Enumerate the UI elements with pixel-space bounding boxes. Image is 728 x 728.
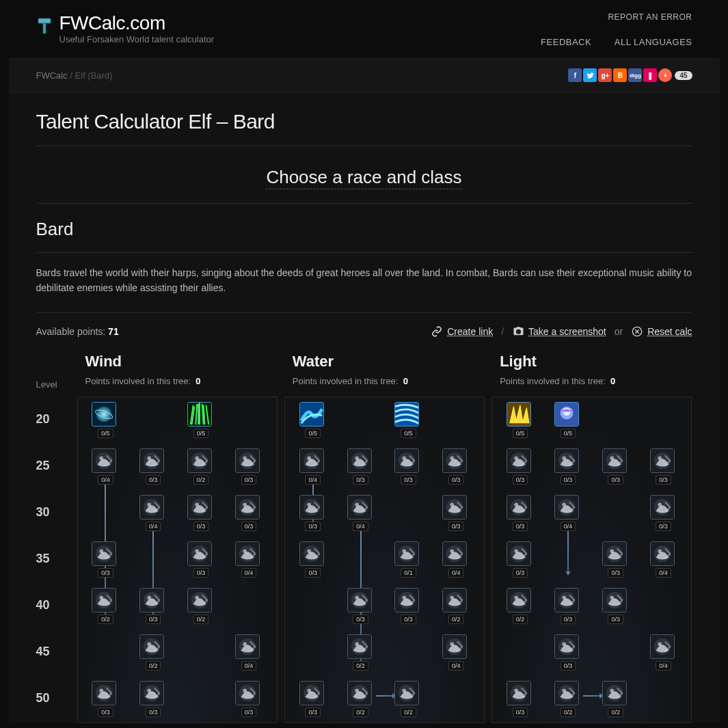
digg-icon[interactable]: digg — [628, 68, 642, 82]
reset-button[interactable]: Reset calc — [647, 326, 692, 337]
talent-node[interactable]: 0/2 — [187, 588, 215, 624]
talent-node[interactable]: 0/3 — [602, 541, 630, 578]
page-title: Talent Calculator Elf – Bard — [36, 110, 692, 146]
talent-icon — [92, 541, 116, 566]
choose-dropdown[interactable]: Choose a race and class — [266, 167, 461, 189]
talent-icon — [235, 681, 260, 705]
talent-node[interactable]: 0/4 — [442, 634, 470, 671]
talent-node[interactable]: 0/4 — [139, 495, 167, 531]
talent-node[interactable]: 0/4 — [235, 634, 262, 671]
talent-node[interactable]: 0/3 — [187, 495, 215, 531]
talent-node[interactable]: 0/5 — [187, 402, 215, 438]
talent-node[interactable]: 0/3 — [92, 541, 119, 578]
facebook-icon[interactable]: f — [568, 68, 582, 82]
talent-node[interactable]: 0/3 — [650, 448, 677, 485]
talent-node[interactable]: 0/1 — [394, 541, 422, 578]
talent-node[interactable]: 0/3 — [139, 448, 167, 485]
talent-node[interactable]: 0/5 — [394, 402, 422, 438]
talent-node[interactable]: 0/3 — [299, 495, 327, 531]
talent-node[interactable]: 0/3 — [507, 681, 534, 717]
talent-node[interactable]: 0/2 — [442, 588, 470, 624]
talent-node[interactable]: 0/5 — [299, 402, 327, 438]
talent-node[interactable]: 0/5 — [92, 402, 119, 438]
talent-node[interactable]: 0/3 — [187, 541, 215, 578]
tree-name: Wind — [85, 353, 269, 370]
languages-link[interactable]: ALL LANGUAGES — [615, 37, 692, 47]
talent-node[interactable]: 0/4 — [650, 541, 677, 578]
talent-node[interactable]: 0/3 — [347, 588, 375, 624]
svg-point-105 — [355, 643, 359, 647]
talent-node[interactable]: 0/3 — [507, 495, 534, 531]
bookmark-icon[interactable]: ❚ — [643, 68, 657, 82]
svg-point-124 — [514, 457, 518, 461]
talent-node[interactable]: 0/3 — [507, 541, 534, 578]
talent-node[interactable]: 0/3 — [299, 681, 327, 717]
create-link-button[interactable]: Create link — [447, 326, 493, 337]
talent-node[interactable]: 0/3 — [650, 495, 677, 531]
screenshot-button[interactable]: Take a screenshot — [528, 326, 606, 337]
talent-node[interactable]: 0/4 — [347, 495, 375, 531]
talent-node[interactable]: 0/4 — [235, 541, 262, 578]
talent-node[interactable]: 0/3 — [602, 448, 630, 485]
talent-node[interactable]: 0/3 — [507, 448, 534, 485]
talent-node[interactable]: 0/2 — [507, 588, 534, 624]
talent-node[interactable]: 0/4 — [92, 448, 119, 485]
svg-point-40 — [100, 596, 104, 600]
talent-node[interactable]: 0/3 — [554, 448, 582, 485]
talent-icon — [507, 541, 531, 566]
gplus-icon[interactable]: g+ — [598, 68, 612, 82]
talent-node[interactable]: 0/2 — [602, 681, 630, 717]
talent-points: 0/4 — [305, 475, 321, 485]
talent-node[interactable]: 0/3 — [139, 681, 167, 717]
talent-node[interactable]: 0/2 — [92, 588, 119, 624]
talent-node[interactable]: 0/2 — [347, 634, 375, 671]
talent-node[interactable]: 0/3 — [235, 495, 262, 531]
talent-points: 0/2 — [561, 707, 576, 717]
svg-point-102 — [450, 596, 455, 600]
blogger-icon[interactable]: B — [613, 68, 627, 82]
talent-node[interactable]: 0/3 — [235, 681, 262, 717]
talent-icon — [299, 448, 324, 473]
talent-node[interactable]: 0/4 — [554, 495, 582, 531]
talent-points: 0/5 — [513, 429, 528, 438]
talent-node[interactable]: 0/3 — [442, 495, 470, 531]
talent-node[interactable]: 0/2 — [347, 681, 375, 717]
svg-point-117 — [403, 689, 407, 693]
talent-node[interactable]: 0/2 — [554, 681, 582, 717]
talent-node[interactable]: 0/3 — [299, 541, 327, 578]
talent-node[interactable]: 0/3 — [394, 588, 422, 624]
report-error-link[interactable]: REPORT AN ERROR — [541, 12, 692, 22]
talent-node[interactable]: 0/2 — [394, 681, 422, 717]
talent-node[interactable]: 0/4 — [442, 541, 470, 578]
talent-node[interactable]: 0/3 — [139, 588, 167, 624]
talent-node[interactable]: 0/3 — [92, 681, 119, 717]
choose-race-class: Choose a race and class — [36, 163, 692, 204]
talent-points: 0/3 — [448, 475, 464, 485]
talent-points: 0/5 — [401, 429, 416, 438]
talent-points: 0/2 — [98, 615, 113, 624]
talent-node[interactable]: 0/5 — [554, 402, 582, 438]
talent-icon — [139, 634, 164, 659]
talent-node[interactable]: 0/5 — [507, 402, 534, 438]
twitter-icon[interactable] — [583, 68, 597, 82]
talent-node[interactable]: 0/3 — [347, 448, 375, 485]
svg-point-90 — [403, 550, 407, 554]
talent-node[interactable]: 0/2 — [139, 634, 167, 671]
addthis-icon[interactable]: + — [658, 68, 672, 82]
talent-points: 0/3 — [561, 615, 576, 624]
feedback-link[interactable]: FEEDBACK — [541, 37, 591, 47]
talent-node[interactable]: 0/3 — [554, 634, 582, 671]
talent-points: 0/3 — [656, 522, 671, 531]
talent-node[interactable]: 0/3 — [554, 588, 582, 624]
svg-point-154 — [514, 596, 518, 600]
talent-node[interactable]: 0/4 — [299, 448, 327, 485]
talent-node[interactable]: 0/3 — [394, 448, 422, 485]
talent-node[interactable]: 0/3 — [235, 448, 262, 485]
talent-node[interactable]: 0/3 — [442, 448, 470, 485]
breadcrumb-root[interactable]: FWCalc — [36, 70, 68, 81]
talent-icon — [139, 588, 164, 612]
talent-node[interactable]: 0/3 — [602, 588, 630, 624]
talent-node[interactable]: 0/2 — [187, 448, 215, 485]
talent-node[interactable]: 0/4 — [650, 634, 677, 671]
logo[interactable]: FWCalc.com Useful Forsaken World talent … — [36, 12, 215, 44]
